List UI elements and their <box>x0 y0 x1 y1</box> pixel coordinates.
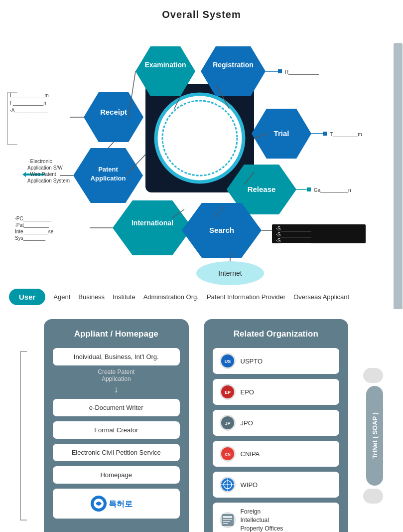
svg-text:·S___________: ·S___________ <box>276 238 311 243</box>
jpo-item: JP JPO <box>213 410 340 436</box>
svg-rect-82 <box>223 519 232 520</box>
svg-marker-3 <box>135 46 195 96</box>
svg-line-23 <box>216 84 229 109</box>
foreign-ip-item: ForeignIntellectualProperty Offices <box>213 503 340 532</box>
svg-marker-9 <box>252 109 311 159</box>
svg-text:Ga__________n: Ga__________n <box>314 187 351 193</box>
svg-line-28 <box>254 134 267 139</box>
related-card-title: Related Organization <box>213 329 340 339</box>
svg-marker-16 <box>113 200 192 255</box>
svg-text:Patent: Patent <box>98 166 118 173</box>
create-patent-label: Create Patent <box>53 368 180 375</box>
epo-item: EP EPO <box>213 379 340 405</box>
svg-text:·PC__________: ·PC__________ <box>15 216 51 221</box>
cnipa-icon: CN <box>220 446 236 462</box>
cnipa-label: CNIPA <box>241 450 260 458</box>
svg-line-24 <box>126 155 145 176</box>
svg-text:Application S/W: Application S/W <box>27 165 63 171</box>
svg-point-1 <box>156 94 244 182</box>
diagram-title: Overall System <box>0 0 403 20</box>
svg-text:·Pat_________: ·Pat_________ <box>15 222 49 228</box>
svg-text:F___________n: F___________n <box>10 100 46 106</box>
uspto-label: USPTO <box>241 357 263 365</box>
svg-rect-64 <box>394 43 403 309</box>
svg-text:특허로: 특허로 <box>109 500 133 508</box>
appliant-card: Appliant / Homepage Individual, Business… <box>44 319 189 532</box>
svg-text:JP: JP <box>225 421 230 426</box>
svg-line-21 <box>108 142 114 148</box>
uspto-icon: US <box>220 353 236 369</box>
user-bar: User Agent Business Institute Administra… <box>0 289 403 305</box>
svg-line-25 <box>244 172 254 184</box>
bottom-section: Appliant / Homepage Individual, Business… <box>0 309 403 532</box>
svg-rect-0 <box>145 84 254 192</box>
wipo-icon <box>220 477 236 493</box>
cnipa-item: CN CNIPA <box>213 441 340 467</box>
wipo-item: WIPO <box>213 472 340 498</box>
svg-marker-14 <box>227 165 296 214</box>
institute-label: Institute <box>113 293 135 301</box>
foreign-ip-icon <box>220 512 236 528</box>
business-label: Business <box>78 293 105 301</box>
svg-text:Application: Application <box>91 175 126 182</box>
svg-line-26 <box>172 209 184 218</box>
svg-rect-81 <box>223 516 232 518</box>
edocument-item[interactable]: e-Document Writer <box>53 399 180 416</box>
svg-line-27 <box>214 207 224 217</box>
overseas-label: Overseas Applicant <box>293 293 349 301</box>
svg-marker-18 <box>182 203 262 258</box>
svg-rect-54 <box>272 224 366 243</box>
svg-text:Receipt: Receipt <box>100 108 127 116</box>
arrow-down: ↓ <box>53 384 180 395</box>
svg-text:International: International <box>132 219 173 227</box>
admin-label: Administration Org. <box>143 293 199 301</box>
logo-item: 특허로 <box>53 489 180 519</box>
svg-text:·S___________: ·S___________ <box>276 226 311 231</box>
related-card: Related Organization US USPTO EP EPO <box>204 319 349 532</box>
svg-line-20 <box>129 71 135 117</box>
svg-text:·A____________: ·A____________ <box>10 108 48 113</box>
svg-text:Internet: Internet <box>218 269 242 277</box>
jpo-icon: JP <box>220 415 236 431</box>
trinet-label: TrINet ( SOAP ) <box>366 386 383 486</box>
svg-text:Examination: Examination <box>144 61 186 69</box>
agent-label: Agent <box>53 293 70 301</box>
svg-marker-43 <box>22 172 45 177</box>
wipo-label: WIPO <box>241 481 258 489</box>
epo-label: EPO <box>241 388 254 396</box>
svg-text:Sys________: Sys________ <box>15 235 46 241</box>
svg-rect-36 <box>307 187 311 191</box>
homepage-item[interactable]: Homepage <box>53 466 180 484</box>
svg-text:· Electronic: · Electronic <box>27 159 52 164</box>
svg-text:EP: EP <box>224 390 230 395</box>
svg-marker-5 <box>201 46 266 96</box>
patent-info-label: Patent Information Provider <box>207 293 285 301</box>
svg-point-61 <box>196 261 264 285</box>
create-patent-label2: Application <box>53 375 180 382</box>
svg-rect-84 <box>223 523 228 524</box>
format-creator-item[interactable]: Format Creator <box>53 421 180 439</box>
svg-text:I____________m: I____________m <box>10 93 49 98</box>
svg-text:·S___________: ·S___________ <box>276 232 311 237</box>
svg-text:US: US <box>224 359 231 364</box>
svg-text:Application  System: Application System <box>27 178 70 183</box>
svg-text:CN: CN <box>225 452 231 457</box>
svg-point-2 <box>162 101 237 176</box>
svg-marker-11 <box>73 148 143 203</box>
svg-rect-30 <box>278 69 282 73</box>
applicant-org-item: Individual, Business, Int'l Org. <box>53 348 180 365</box>
svg-rect-83 <box>223 521 230 522</box>
jpo-label: JPO <box>241 419 253 427</box>
uspto-item: US USPTO <box>213 348 340 374</box>
svg-marker-7 <box>84 92 143 142</box>
svg-text:Search: Search <box>209 226 234 234</box>
svg-text:Trial: Trial <box>274 129 289 138</box>
svg-rect-33 <box>323 132 327 136</box>
foreign-ip-label: ForeignIntellectualProperty Offices <box>241 508 283 532</box>
diagram-section: Overall System Examination Registration … <box>0 0 403 309</box>
civil-petition-item[interactable]: Electronic Civil Petition Service <box>53 444 180 461</box>
svg-text:· Web Patent: · Web Patent <box>27 172 56 177</box>
user-badge: User <box>9 289 45 305</box>
epo-icon: EP <box>220 384 236 400</box>
svg-text:Release: Release <box>248 185 276 193</box>
